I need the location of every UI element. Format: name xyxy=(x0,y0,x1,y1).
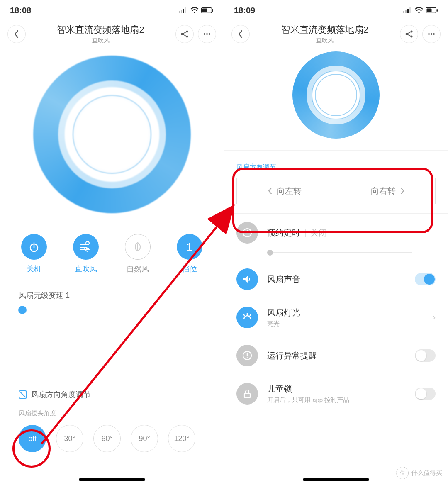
timer-status: 关闭 xyxy=(310,228,327,237)
svg-rect-6 xyxy=(202,9,207,12)
sound-toggle[interactable] xyxy=(415,273,436,285)
share-button[interactable] xyxy=(175,25,194,43)
sound-title: 风扇声音 xyxy=(267,274,406,285)
more-button[interactable] xyxy=(422,25,441,43)
mode-label: 自然风 xyxy=(125,264,151,274)
turn-left-label: 向左转 xyxy=(277,185,302,197)
lock-title: 儿童锁 xyxy=(267,383,406,395)
share-icon xyxy=(180,30,189,38)
gear-number: 1 xyxy=(177,234,202,260)
share-icon xyxy=(405,30,413,38)
svg-rect-19 xyxy=(407,9,409,13)
swing-angle-title-row: 风扇方向角度调节 xyxy=(19,390,205,400)
svg-rect-1 xyxy=(181,10,182,13)
power-icon xyxy=(28,241,40,253)
watermark-text: 什么值得买 xyxy=(411,469,442,477)
wind-icon xyxy=(79,241,93,253)
share-button[interactable] xyxy=(400,25,418,43)
status-bar: 18:08 xyxy=(0,0,224,21)
lock-toggle[interactable] xyxy=(415,388,436,400)
mode-controls: 关机 直吹风 自然风 1 挡位 xyxy=(0,234,224,274)
item-child-lock[interactable]: 儿童锁 开启后，只可用 app 控制产品 xyxy=(224,375,448,413)
warn-title: 运行异常提醒 xyxy=(267,350,406,361)
sound-icon xyxy=(236,268,258,290)
page-subtitle: 直吹风 xyxy=(250,37,400,44)
turn-left-button[interactable]: 向左转 xyxy=(236,178,332,204)
battery-icon xyxy=(426,7,438,13)
watermark-icon: 值 xyxy=(396,467,409,479)
svg-point-21 xyxy=(418,12,420,13)
svg-rect-0 xyxy=(179,11,180,13)
turn-right-label: 向右转 xyxy=(371,185,396,197)
svg-rect-24 xyxy=(437,9,438,12)
slider-thumb[interactable] xyxy=(18,306,27,314)
signal-icon xyxy=(179,7,188,13)
alert-icon xyxy=(236,345,258,366)
wifi-icon xyxy=(415,7,423,13)
turn-right-button[interactable]: 向右转 xyxy=(340,178,436,204)
divider xyxy=(224,150,448,151)
clock-icon xyxy=(236,222,258,244)
fan-visualization xyxy=(0,56,224,213)
more-icon xyxy=(203,30,211,38)
svg-rect-38 xyxy=(244,393,250,398)
item-sound[interactable]: 风扇声音 xyxy=(224,260,448,298)
app-header: 智米直流变频落地扇2 直吹风 xyxy=(224,21,448,47)
direction-section-label: 风扇方向调节 xyxy=(224,163,448,172)
signal-icon xyxy=(403,7,412,13)
fan-visualization xyxy=(224,51,448,139)
angle-90[interactable]: 90° xyxy=(131,425,158,452)
light-sub: 亮光 xyxy=(267,320,424,328)
status-bar: 18:09 xyxy=(224,0,448,21)
mode-gear[interactable]: 1 挡位 xyxy=(177,234,202,274)
status-time: 18:08 xyxy=(10,6,31,15)
mode-label: 挡位 xyxy=(177,264,202,274)
item-light[interactable]: 风扇灯光 亮光 › xyxy=(224,298,448,336)
status-time: 18:09 xyxy=(234,6,255,15)
swing-angle-section: 风扇方向角度调节 风扇摆头角度 off 30° 60° 90° 120° xyxy=(0,390,224,452)
page-title: 智米直流变频落地扇2 xyxy=(250,24,400,36)
back-button[interactable] xyxy=(231,25,250,43)
angle-off[interactable]: off xyxy=(19,425,46,452)
timer-slider[interactable] xyxy=(267,252,412,253)
speed-slider[interactable] xyxy=(19,310,205,310)
svg-rect-3 xyxy=(185,7,186,13)
page-subtitle: 直吹风 xyxy=(26,37,175,44)
mode-label: 关机 xyxy=(21,264,47,274)
angle-120[interactable]: 120° xyxy=(168,425,195,452)
direction-buttons: 向左转 向右转 xyxy=(224,172,448,213)
item-warn[interactable]: 运行异常提醒 xyxy=(224,336,448,375)
speed-slider-label: 风扇无级变速 1 xyxy=(19,290,205,300)
leaf-icon xyxy=(132,241,144,253)
swing-angle-subtitle: 风扇摆头角度 xyxy=(19,409,205,417)
settings-list: 预约定时 | 关闭 风扇声音 风扇灯光 亮光 › xyxy=(224,213,448,413)
status-icons xyxy=(179,7,214,13)
mode-label: 直吹风 xyxy=(73,264,99,274)
swing-angle-title: 风扇方向角度调节 xyxy=(31,390,91,400)
lock-sub: 开启后，只可用 app 控制产品 xyxy=(267,396,406,404)
svg-rect-17 xyxy=(403,11,404,13)
phone-right-screen: 18:09 智米直流变频落地扇2 直吹风 风扇方向调节 xyxy=(224,0,448,485)
angle-30[interactable]: 30° xyxy=(56,425,83,452)
home-indicator[interactable] xyxy=(79,478,145,481)
mode-direct-wind[interactable]: 直吹风 xyxy=(73,234,99,274)
battery-icon xyxy=(201,7,214,13)
svg-point-30 xyxy=(433,33,435,35)
light-title: 风扇灯光 xyxy=(267,307,424,318)
back-button[interactable] xyxy=(7,25,26,43)
light-icon xyxy=(236,307,258,328)
mode-power[interactable]: 关机 xyxy=(21,234,47,274)
svg-point-13 xyxy=(209,33,210,35)
home-indicator[interactable] xyxy=(303,478,369,481)
status-icons xyxy=(403,7,438,13)
more-button[interactable] xyxy=(198,25,216,43)
svg-rect-23 xyxy=(427,9,432,12)
angle-60[interactable]: 60° xyxy=(93,425,121,452)
adjust-icon xyxy=(19,390,27,399)
svg-point-28 xyxy=(428,33,430,35)
svg-rect-7 xyxy=(212,9,214,12)
item-timer[interactable]: 预约定时 | 关闭 xyxy=(224,214,448,260)
angle-options: off 30° 60° 90° 120° xyxy=(19,425,205,452)
warn-toggle[interactable] xyxy=(415,349,436,362)
mode-natural-wind[interactable]: 自然风 xyxy=(125,234,151,274)
